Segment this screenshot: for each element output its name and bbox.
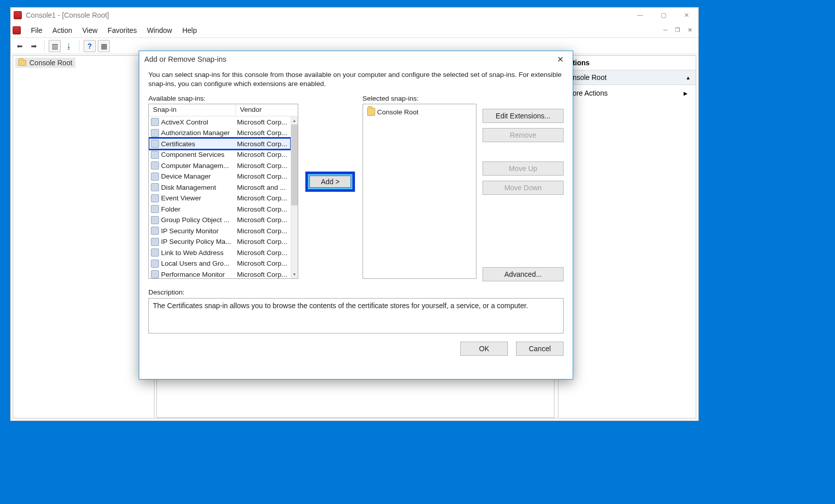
snapin-icon — [151, 151, 159, 159]
available-label: Available snap-ins: — [148, 95, 298, 102]
snapin-icon — [151, 140, 159, 148]
menu-favorites[interactable]: Favorites — [103, 24, 142, 36]
snapin-icon — [151, 161, 159, 170]
available-item-name: IP Security Monitor — [161, 227, 237, 235]
close-button[interactable]: ✕ — [675, 8, 698, 23]
available-item-name: Component Services — [161, 151, 237, 158]
available-item-name: Link to Web Address — [161, 249, 237, 257]
folder-icon — [18, 60, 26, 66]
description-box: The Certificates snap-in allows you to b… — [148, 298, 564, 333]
minimize-button[interactable]: — — [628, 8, 652, 23]
available-item-vendor: Microsoft and ... — [237, 184, 291, 191]
chevron-right-icon: ▶ — [684, 91, 688, 96]
available-item[interactable]: Performance MonitorMicrosoft Corp... — [149, 269, 291, 278]
mdi-restore-icon[interactable]: ❐ — [673, 27, 682, 33]
tree-node-console-root[interactable]: Console Root — [15, 58, 75, 68]
separator — [44, 40, 45, 52]
available-item-name: IP Security Policy Ma... — [161, 238, 237, 245]
add-button-inner: Add > — [308, 174, 352, 189]
selected-column: Selected snap-ins: Console Root — [363, 95, 476, 279]
actions-section-console-root[interactable]: Console Root ▲ — [559, 70, 696, 85]
available-item-name: Certificates — [161, 140, 237, 148]
cancel-button[interactable]: Cancel — [516, 342, 564, 356]
col-header-snapin[interactable]: Snap-in — [149, 104, 236, 116]
available-item[interactable]: Event ViewerMicrosoft Corp... — [149, 193, 291, 204]
menu-action[interactable]: Action — [48, 24, 77, 36]
available-item[interactable]: ActiveX ControlMicrosoft Corp... — [149, 116, 291, 128]
scroll-up-icon[interactable]: ▴ — [291, 116, 298, 124]
available-item-vendor: Microsoft Corp... — [237, 162, 291, 170]
buttons-column: Edit Extensions... Remove Move Up Move D… — [483, 95, 564, 281]
available-item-vendor: Microsoft Corp... — [237, 260, 291, 267]
snapin-icon — [151, 270, 159, 278]
available-item-name: Computer Managem... — [161, 162, 237, 170]
help-button[interactable]: ? — [84, 40, 96, 52]
add-button[interactable]: Add > — [309, 176, 351, 188]
selected-list[interactable]: Console Root — [363, 104, 476, 279]
dialog-body: You can select snap-ins for this console… — [139, 67, 573, 363]
available-item[interactable]: IP Security Policy Ma...Microsoft Corp..… — [149, 236, 291, 247]
available-item[interactable]: CertificatesMicrosoft Corp... — [149, 138, 291, 149]
scroll-thumb[interactable] — [291, 124, 298, 205]
mdi-minimize-icon[interactable]: ─ — [661, 27, 670, 33]
forward-button[interactable]: ➡ — [28, 40, 40, 52]
available-item[interactable]: Device ManagerMicrosoft Corp... — [149, 171, 291, 182]
available-item-name: Group Policy Object ... — [161, 216, 237, 224]
available-item-name: Performance Monitor — [161, 271, 237, 278]
available-item[interactable]: Group Policy Object ...Microsoft Corp... — [149, 215, 291, 226]
menu-file[interactable]: File — [26, 24, 48, 36]
scroll-down-icon[interactable]: ▾ — [291, 270, 298, 278]
back-button[interactable]: ⬅ — [14, 40, 26, 52]
dialog-close-button[interactable]: ✕ — [553, 54, 568, 65]
snapin-icon — [151, 205, 159, 213]
middle-column: Add > — [304, 95, 356, 192]
available-list[interactable]: Snap-in Vendor ActiveX ControlMicrosoft … — [148, 104, 298, 279]
show-hide-tree-button[interactable]: ▥ — [49, 40, 61, 52]
window-title: Console1 - [Console Root] — [26, 11, 109, 19]
available-item[interactable]: IP Security MonitorMicrosoft Corp... — [149, 225, 291, 236]
available-item[interactable]: Link to Web AddressMicrosoft Corp... — [149, 247, 291, 258]
available-item[interactable]: Component ServicesMicrosoft Corp... — [149, 149, 291, 160]
maximize-button[interactable]: ▢ — [652, 8, 675, 23]
actions-item-more[interactable]: More Actions ▶ — [559, 85, 696, 101]
available-item-name: Disk Management — [161, 184, 237, 191]
mdi-close-icon[interactable]: ✕ — [685, 27, 694, 33]
folder-icon — [367, 108, 375, 116]
move-up-button: Move Up — [483, 161, 564, 176]
properties-button[interactable]: ▦ — [98, 40, 110, 52]
menu-help[interactable]: Help — [177, 24, 202, 36]
remove-button: Remove — [483, 128, 564, 142]
selected-item-console-root[interactable]: Console Root — [365, 106, 474, 117]
snapin-icon — [151, 238, 159, 246]
chevron-up-icon: ▲ — [686, 75, 691, 80]
dialog-instructions: You can select snap-ins for this console… — [148, 70, 564, 89]
add-button-label: Add > — [321, 178, 340, 186]
export-list-button[interactable]: ⭳ — [63, 40, 75, 52]
snapin-icon — [151, 227, 159, 235]
scrollbar[interactable]: ▴ ▾ — [291, 116, 298, 278]
available-item-vendor: Microsoft Corp... — [237, 173, 291, 180]
available-item-vendor: Microsoft Corp... — [237, 227, 291, 235]
menu-window[interactable]: Window — [142, 24, 177, 36]
available-item[interactable]: Local Users and Gro...Microsoft Corp... — [149, 258, 291, 269]
spacer — [483, 200, 564, 262]
available-item[interactable]: FolderMicrosoft Corp... — [149, 203, 291, 215]
snapin-icon — [151, 248, 159, 257]
available-item-vendor: Microsoft Corp... — [237, 271, 291, 278]
separator — [79, 40, 79, 52]
available-item[interactable]: Disk ManagementMicrosoft and ... — [149, 182, 291, 193]
spacer — [483, 147, 564, 156]
advanced-button[interactable]: Advanced... — [483, 267, 564, 281]
available-item[interactable]: Computer Managem...Microsoft Corp... — [149, 160, 291, 171]
move-down-button: Move Down — [483, 181, 564, 195]
dialog-columns: Available snap-ins: Snap-in Vendor Activ… — [148, 95, 564, 281]
available-item-name: Authorization Manager — [161, 129, 237, 137]
snapin-icon — [151, 260, 159, 268]
available-item-vendor: Microsoft Corp... — [237, 238, 291, 245]
ok-button[interactable]: OK — [460, 342, 508, 356]
menu-view[interactable]: View — [77, 24, 102, 36]
col-header-vendor[interactable]: Vendor — [236, 104, 298, 116]
available-item[interactable]: Authorization ManagerMicrosoft Corp... — [149, 128, 291, 139]
available-list-body: ActiveX ControlMicrosoft Corp...Authoriz… — [149, 116, 291, 278]
edit-extensions-button[interactable]: Edit Extensions... — [483, 109, 564, 123]
